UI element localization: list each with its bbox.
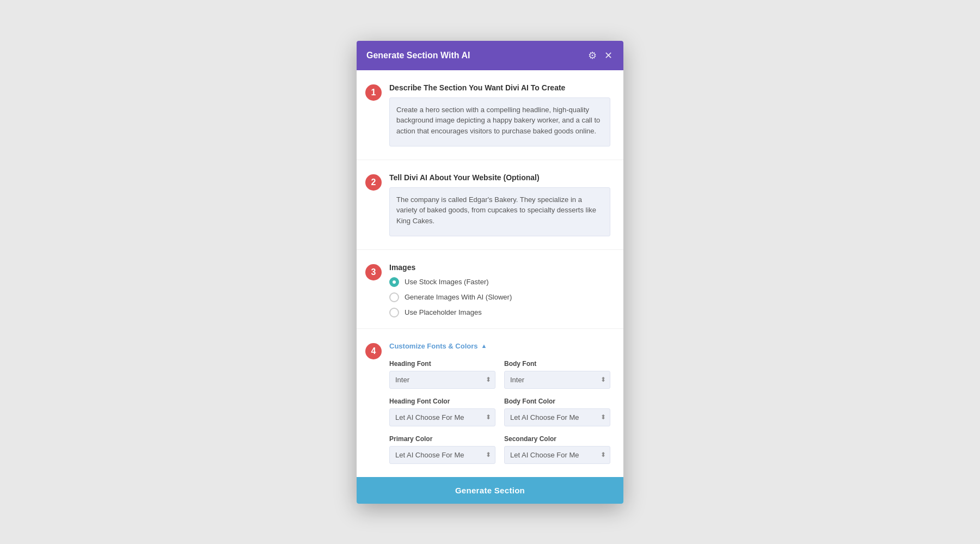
customize-link-label: Customize Fonts & Colors [389,342,478,350]
radio-ai[interactable]: Generate Images With AI (Slower) [389,292,610,302]
radio-stock-label: Use Stock Images (Faster) [405,278,489,286]
step1-content: Describe The Section You Want Divi AI To… [389,83,610,149]
heading-font-color-select[interactable]: Let AI Choose For Me Custom [389,408,495,426]
modal-body: 1 Describe The Section You Want Divi AI … [357,70,623,477]
step2-badge: 2 [365,174,382,191]
step3-section: 3 Images Use Stock Images (Faster) Gener… [357,250,623,329]
modal-header-actions: ⚙ ✕ [587,48,614,63]
body-font-color-select[interactable]: Let AI Choose For Me Custom [504,408,610,426]
modal-header: Generate Section With AI ⚙ ✕ [357,41,623,70]
close-icon: ✕ [604,50,612,62]
radio-placeholder[interactable]: Use Placeholder Images [389,308,610,317]
body-font-select-wrapper: Inter Roboto Open Sans Lato Montserrat ⬍ [504,371,610,389]
body-font-group: Body Font Inter Roboto Open Sans Lato Mo… [504,360,610,389]
customize-fonts-colors-link[interactable]: Customize Fonts & Colors ▲ [389,342,610,350]
generate-section-button[interactable]: Generate Section [357,477,623,504]
modal: Generate Section With AI ⚙ ✕ 1 Describe … [357,41,623,504]
primary-color-label: Primary Color [389,435,495,443]
close-button[interactable]: ✕ [603,48,614,63]
body-font-color-label: Body Font Color [504,398,610,405]
step2-textarea[interactable]: The company is called Edgar's Bakery. Th… [389,187,610,236]
settings-button[interactable]: ⚙ [587,48,598,63]
step4-content: Customize Fonts & Colors ▲ Heading Font … [389,342,610,464]
body-font-select[interactable]: Inter Roboto Open Sans Lato Montserrat [504,371,610,389]
radio-ai-circle [389,292,399,302]
secondary-color-label: Secondary Color [504,435,610,443]
modal-overlay: Generate Section With AI ⚙ ✕ 1 Describe … [357,41,623,504]
step4-badge: 4 [365,343,382,359]
step3-label: Images [389,263,610,272]
step4-section: 4 Customize Fonts & Colors ▲ Heading Fon… [357,329,623,477]
images-radio-group: Use Stock Images (Faster) Generate Image… [389,277,610,317]
step1-badge: 1 [365,84,382,101]
secondary-color-select-wrapper: Let AI Choose For Me Custom ⬍ [504,446,610,464]
heading-font-group: Heading Font Inter Roboto Open Sans Lato… [389,360,495,389]
primary-color-select[interactable]: Let AI Choose For Me Custom [389,446,495,464]
primary-color-select-wrapper: Let AI Choose For Me Custom ⬍ [389,446,495,464]
secondary-color-select[interactable]: Let AI Choose For Me Custom [504,446,610,464]
step2-section: 2 Tell Divi AI About Your Website (Optio… [357,160,623,250]
step1-section: 1 Describe The Section You Want Divi AI … [357,70,623,160]
step1-textarea[interactable]: Create a hero section with a compelling … [389,97,610,146]
heading-font-color-group: Heading Font Color Let AI Choose For Me … [389,398,495,426]
radio-placeholder-label: Use Placeholder Images [405,308,482,316]
heading-font-select[interactable]: Inter Roboto Open Sans Lato Montserrat [389,371,495,389]
customize-arrow-icon: ▲ [481,343,487,349]
secondary-color-group: Secondary Color Let AI Choose For Me Cus… [504,435,610,464]
step1-label: Describe The Section You Want Divi AI To… [389,83,610,92]
heading-font-label: Heading Font [389,360,495,368]
body-font-color-select-wrapper: Let AI Choose For Me Custom ⬍ [504,408,610,426]
radio-stock[interactable]: Use Stock Images (Faster) [389,277,610,287]
step3-badge: 3 [365,264,382,280]
step3-content: Images Use Stock Images (Faster) Generat… [389,263,610,317]
settings-icon: ⚙ [588,50,597,62]
step2-label: Tell Divi AI About Your Website (Optiona… [389,173,610,182]
step2-content: Tell Divi AI About Your Website (Optiona… [389,173,610,239]
modal-title: Generate Section With AI [366,51,470,60]
radio-stock-circle [389,277,399,287]
modal-footer: Generate Section [357,477,623,504]
heading-font-select-wrapper: Inter Roboto Open Sans Lato Montserrat ⬍ [389,371,495,389]
fonts-colors-grid: Heading Font Inter Roboto Open Sans Lato… [389,360,610,464]
primary-color-group: Primary Color Let AI Choose For Me Custo… [389,435,495,464]
heading-font-color-label: Heading Font Color [389,398,495,405]
body-font-color-group: Body Font Color Let AI Choose For Me Cus… [504,398,610,426]
radio-ai-label: Generate Images With AI (Slower) [405,293,512,301]
heading-font-color-select-wrapper: Let AI Choose For Me Custom ⬍ [389,408,495,426]
radio-placeholder-circle [389,308,399,317]
body-font-label: Body Font [504,360,610,368]
